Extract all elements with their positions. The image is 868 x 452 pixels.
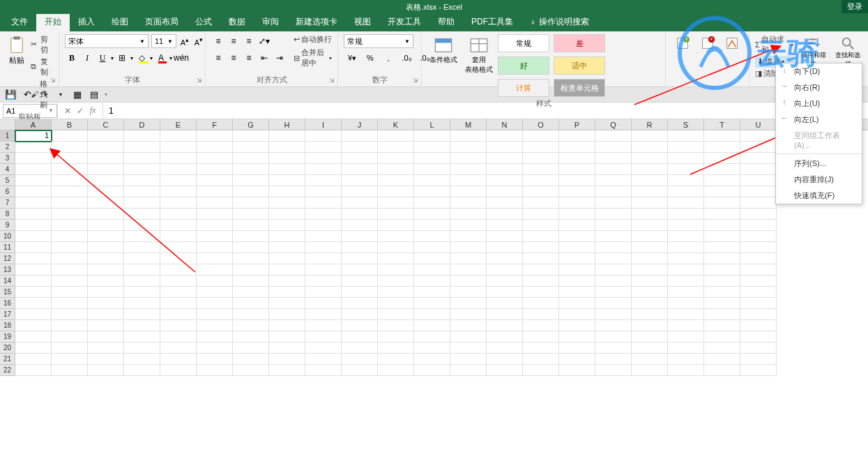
cell[interactable]: [305, 175, 342, 186]
cell[interactable]: [88, 276, 124, 287]
cell[interactable]: [595, 342, 632, 354]
cell[interactable]: [704, 309, 740, 320]
cell[interactable]: [269, 354, 305, 365]
cell[interactable]: [378, 130, 414, 142]
cell[interactable]: [197, 142, 233, 153]
cell[interactable]: [668, 197, 704, 209]
cell[interactable]: [740, 276, 777, 287]
style-ok[interactable]: 适中: [554, 56, 605, 75]
cell[interactable]: [305, 220, 342, 231]
cell[interactable]: [160, 320, 197, 331]
column-header[interactable]: Q: [595, 119, 632, 130]
cell[interactable]: [559, 242, 595, 253]
cell[interactable]: [233, 276, 269, 287]
cell[interactable]: [233, 186, 269, 197]
cell[interactable]: [15, 354, 52, 365]
cell[interactable]: [450, 287, 487, 298]
cell[interactable]: [233, 342, 269, 354]
cell[interactable]: [233, 354, 269, 365]
qat-more-button[interactable]: ▾: [54, 89, 67, 101]
cell[interactable]: [740, 365, 777, 376]
cell[interactable]: [124, 197, 160, 209]
column-header[interactable]: B: [52, 119, 88, 130]
cell[interactable]: [342, 253, 378, 264]
cell[interactable]: [233, 175, 269, 186]
cell[interactable]: [668, 287, 704, 298]
spreadsheet-grid[interactable]: ABCDEFGHIJKLMNOPQRSTU 112345678910111213…: [0, 119, 868, 376]
cell[interactable]: [305, 320, 342, 331]
cell[interactable]: [124, 175, 160, 186]
style-bad[interactable]: 差: [554, 34, 605, 52]
column-header[interactable]: I: [305, 119, 342, 130]
cell[interactable]: [487, 331, 523, 342]
cell[interactable]: [668, 130, 704, 142]
row-header[interactable]: 14: [0, 276, 15, 287]
decrease-indent-button[interactable]: ⇤: [257, 51, 271, 65]
tab-data[interactable]: 数据: [220, 13, 254, 31]
style-calc[interactable]: 计算: [498, 79, 549, 97]
cell[interactable]: [632, 186, 668, 197]
column-header[interactable]: A: [15, 119, 52, 130]
row-header[interactable]: 9: [0, 220, 15, 231]
cell[interactable]: [52, 331, 88, 342]
row-header[interactable]: 6: [0, 186, 15, 197]
cell[interactable]: [160, 331, 197, 342]
cell[interactable]: [15, 320, 52, 331]
cell[interactable]: [559, 175, 595, 186]
cell[interactable]: [269, 264, 305, 276]
cell[interactable]: [269, 331, 305, 342]
cell[interactable]: [450, 130, 487, 142]
column-header[interactable]: T: [704, 119, 740, 130]
cell[interactable]: [523, 220, 559, 231]
cell[interactable]: [160, 175, 197, 186]
cell[interactable]: [52, 320, 88, 331]
cell[interactable]: [414, 130, 450, 142]
cell[interactable]: [197, 130, 233, 142]
cell[interactable]: [160, 209, 197, 220]
cell[interactable]: [668, 209, 704, 220]
cell[interactable]: [595, 276, 632, 287]
cell[interactable]: [450, 298, 487, 309]
cell[interactable]: [378, 186, 414, 197]
tab-draw[interactable]: 绘图: [103, 13, 137, 31]
cell[interactable]: [632, 130, 668, 142]
cell[interactable]: [414, 186, 450, 197]
cell[interactable]: [197, 264, 233, 276]
cell[interactable]: [88, 253, 124, 264]
cell[interactable]: [595, 242, 632, 253]
cell[interactable]: [233, 253, 269, 264]
cell[interactable]: [487, 298, 523, 309]
cell[interactable]: [88, 130, 124, 142]
cell[interactable]: [52, 298, 88, 309]
cell[interactable]: [15, 309, 52, 320]
cell[interactable]: [595, 186, 632, 197]
cell[interactable]: [523, 320, 559, 331]
cell[interactable]: [595, 309, 632, 320]
cell[interactable]: [740, 164, 777, 175]
cell[interactable]: [450, 220, 487, 231]
cell[interactable]: [450, 175, 487, 186]
cell[interactable]: [378, 276, 414, 287]
column-header[interactable]: M: [450, 119, 487, 130]
cell[interactable]: [233, 298, 269, 309]
cell[interactable]: [632, 264, 668, 276]
cell[interactable]: [378, 320, 414, 331]
cell[interactable]: [704, 153, 740, 164]
cell[interactable]: 1: [15, 130, 52, 142]
cell[interactable]: [160, 309, 197, 320]
cell[interactable]: [559, 130, 595, 142]
cell[interactable]: [704, 320, 740, 331]
cell[interactable]: [740, 242, 777, 253]
cell[interactable]: [124, 186, 160, 197]
fill-justify-item[interactable]: 内容重排(J): [776, 172, 862, 188]
cell[interactable]: [15, 186, 52, 197]
cell[interactable]: [632, 342, 668, 354]
cell[interactable]: [124, 231, 160, 242]
fill-down-item[interactable]: ↓向下(D): [776, 63, 862, 80]
cell[interactable]: [378, 242, 414, 253]
cell[interactable]: [197, 164, 233, 175]
align-bottom-button[interactable]: ≡: [242, 34, 256, 48]
row-header[interactable]: 20: [0, 342, 15, 354]
row-header[interactable]: 3: [0, 153, 15, 164]
cell[interactable]: [305, 264, 342, 276]
